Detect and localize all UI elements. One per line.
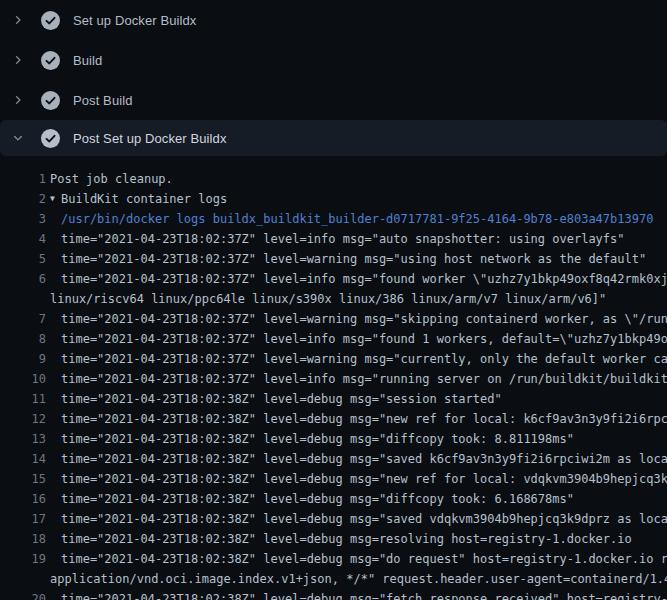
check-circle-icon: [41, 129, 61, 148]
log-text: linux/riscv64 linux/ppc64le linux/s390x …: [50, 289, 606, 309]
line-number[interactable]: 4: [0, 229, 46, 249]
line-number[interactable]: 13: [0, 429, 46, 449]
line-number[interactable]: [0, 569, 46, 589]
log-row: 13 time="2021-04-23T18:02:38Z" level=deb…: [0, 429, 667, 449]
log-text: time="2021-04-23T18:02:38Z" level=debug …: [61, 409, 667, 429]
log-text: time="2021-04-23T18:02:38Z" level=debug …: [61, 549, 667, 569]
step-title: Post Set up Docker Buildx: [73, 131, 227, 146]
log-row: 5 time="2021-04-23T18:02:37Z" level=warn…: [0, 249, 667, 269]
log-text: Post job cleanup.: [50, 169, 173, 189]
step-title: Build: [73, 53, 102, 68]
log-text: time="2021-04-23T18:02:37Z" level=warnin…: [61, 309, 667, 329]
log-row: application/vnd.oci.image.index.v1+json,…: [0, 569, 667, 589]
log-text: time="2021-04-23T18:02:37Z" level=warnin…: [61, 249, 646, 269]
check-circle-icon: [41, 51, 61, 70]
line-number[interactable]: 6: [0, 269, 46, 289]
log-row: 2 ▼ BuildKit container logs: [0, 189, 667, 209]
group-expander-icon[interactable]: ▼: [50, 189, 61, 209]
log-row: 8 time="2021-04-23T18:02:37Z" level=info…: [0, 329, 667, 349]
log-text: time="2021-04-23T18:02:38Z" level=debug …: [61, 529, 632, 549]
log-text: time="2021-04-23T18:02:37Z" level=warnin…: [61, 349, 667, 369]
step-row-build[interactable]: Build: [0, 40, 667, 80]
log-text: time="2021-04-23T18:02:38Z" level=debug …: [61, 389, 502, 409]
chevron-down-icon: [12, 132, 28, 144]
log-row: linux/riscv64 linux/ppc64le linux/s390x …: [0, 289, 667, 309]
log-text: time="2021-04-23T18:02:37Z" level=info m…: [61, 229, 625, 249]
line-number[interactable]: [0, 289, 46, 309]
log-row: 15 time="2021-04-23T18:02:38Z" level=deb…: [0, 469, 667, 489]
log-text: time="2021-04-23T18:02:38Z" level=debug …: [61, 449, 667, 469]
line-number[interactable]: 12: [0, 409, 46, 429]
log-row: 10 time="2021-04-23T18:02:37Z" level=inf…: [0, 369, 667, 389]
log-text: time="2021-04-23T18:02:37Z" level=info m…: [61, 369, 667, 389]
chevron-right-icon: [12, 14, 28, 26]
step-title: Set up Docker Buildx: [73, 13, 196, 28]
log-text: BuildKit container logs: [61, 189, 227, 209]
log-row: 9 time="2021-04-23T18:02:37Z" level=warn…: [0, 349, 667, 369]
step-row-post-build[interactable]: Post Build: [0, 80, 667, 120]
steps-list: Set up Docker Buildx Build Post Build: [0, 0, 667, 156]
line-number[interactable]: 18: [0, 529, 46, 549]
log-row: 20 time="2021-04-23T18:02:38Z" level=deb…: [0, 589, 667, 600]
log-row: 19 time="2021-04-23T18:02:38Z" level=deb…: [0, 549, 667, 569]
step-row-set-up-docker-buildx[interactable]: Set up Docker Buildx: [0, 0, 667, 40]
log-text: /usr/bin/docker logs buildx_buildkit_bui…: [61, 209, 653, 229]
chevron-right-icon: [12, 94, 28, 106]
log-row: 6 time="2021-04-23T18:02:37Z" level=info…: [0, 269, 667, 289]
line-number[interactable]: 5: [0, 249, 46, 269]
line-number[interactable]: 9: [0, 349, 46, 369]
line-number[interactable]: 15: [0, 469, 46, 489]
log-row: 7 time="2021-04-23T18:02:37Z" level=warn…: [0, 309, 667, 329]
log-text: time="2021-04-23T18:02:38Z" level=debug …: [61, 589, 667, 600]
line-number[interactable]: 2: [0, 189, 46, 209]
log-text: time="2021-04-23T18:02:38Z" level=debug …: [61, 509, 667, 529]
log-row: 18 time="2021-04-23T18:02:38Z" level=deb…: [0, 529, 667, 549]
log-row: 11 time="2021-04-23T18:02:38Z" level=deb…: [0, 389, 667, 409]
step-title: Post Build: [73, 93, 133, 108]
log-row: 4 time="2021-04-23T18:02:37Z" level=info…: [0, 229, 667, 249]
log-row: 12 time="2021-04-23T18:02:38Z" level=deb…: [0, 409, 667, 429]
step-row-post-set-up-docker-buildx[interactable]: Post Set up Docker Buildx: [0, 120, 667, 156]
actions-log-viewer: Set up Docker Buildx Build Post Build: [0, 0, 667, 600]
log-text: time="2021-04-23T18:02:37Z" level=info m…: [61, 269, 667, 289]
log-lines: 1 Post job cleanup. 2 ▼ BuildKit contain…: [0, 169, 667, 600]
line-number[interactable]: 1: [0, 169, 46, 189]
log-row: 14 time="2021-04-23T18:02:38Z" level=deb…: [0, 449, 667, 469]
line-number[interactable]: 7: [0, 309, 46, 329]
line-number[interactable]: 19: [0, 549, 46, 569]
log-text: time="2021-04-23T18:02:38Z" level=debug …: [61, 489, 574, 509]
line-number[interactable]: 11: [0, 389, 46, 409]
check-circle-icon: [41, 91, 61, 110]
log-row: 1 Post job cleanup.: [0, 169, 667, 189]
log-text: time="2021-04-23T18:02:38Z" level=debug …: [61, 429, 574, 449]
line-number[interactable]: 8: [0, 329, 46, 349]
line-number[interactable]: 14: [0, 449, 46, 469]
log-row: 16 time="2021-04-23T18:02:38Z" level=deb…: [0, 489, 667, 509]
chevron-right-icon: [12, 54, 28, 66]
log-text: time="2021-04-23T18:02:37Z" level=info m…: [61, 329, 667, 349]
line-number[interactable]: 17: [0, 509, 46, 529]
line-number[interactable]: 10: [0, 369, 46, 389]
log-row: 17 time="2021-04-23T18:02:38Z" level=deb…: [0, 509, 667, 529]
line-number[interactable]: 20: [0, 589, 46, 600]
log-text: time="2021-04-23T18:02:38Z" level=debug …: [61, 469, 667, 489]
line-number[interactable]: 16: [0, 489, 46, 509]
log-text: application/vnd.oci.image.index.v1+json,…: [50, 569, 667, 589]
check-circle-icon: [41, 11, 61, 30]
log-row: 3 /usr/bin/docker logs buildx_buildkit_b…: [0, 209, 667, 229]
line-number[interactable]: 3: [0, 209, 46, 229]
